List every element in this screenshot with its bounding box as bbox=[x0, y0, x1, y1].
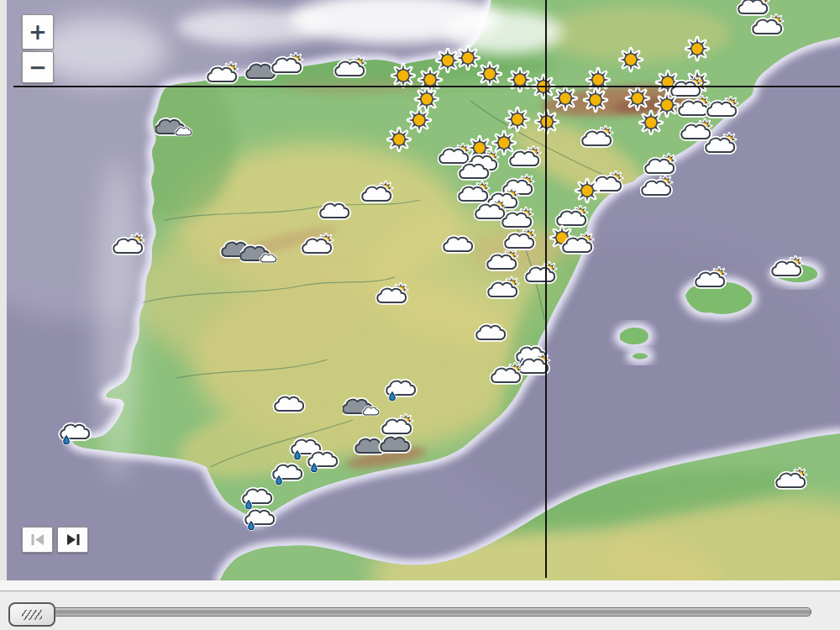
timeline-track[interactable] bbox=[13, 607, 811, 617]
psun-marker-icon[interactable] bbox=[642, 176, 672, 195]
psun-marker-icon[interactable] bbox=[696, 267, 726, 286]
sun-marker-icon[interactable] bbox=[507, 108, 528, 130]
timeline-panel-divider bbox=[0, 591, 840, 591]
sun-marker-icon[interactable] bbox=[408, 109, 430, 131]
sun-marker-icon[interactable] bbox=[419, 69, 441, 91]
psun-marker-icon[interactable] bbox=[487, 249, 517, 269]
sun-marker-icon[interactable] bbox=[587, 69, 609, 91]
rain-marker-icon[interactable] bbox=[243, 490, 271, 509]
cloud-marker-icon[interactable] bbox=[275, 397, 303, 411]
psun-marker-icon[interactable] bbox=[113, 234, 144, 253]
sun-marker-icon[interactable] bbox=[640, 112, 662, 134]
rain-marker-icon[interactable] bbox=[386, 381, 415, 401]
psun-marker-icon[interactable] bbox=[645, 154, 675, 173]
gclouds-marker-icon[interactable] bbox=[240, 247, 276, 262]
timeline-handle-grip-icon bbox=[22, 610, 42, 620]
psun-marker-icon[interactable] bbox=[272, 53, 302, 72]
zoom-in-button[interactable]: + bbox=[22, 14, 54, 50]
psun-marker-icon[interactable] bbox=[557, 206, 587, 225]
sun-marker-icon[interactable] bbox=[536, 111, 558, 133]
rain-marker-icon[interactable] bbox=[245, 511, 274, 530]
cloud-marker-icon[interactable] bbox=[476, 326, 505, 339]
psun-marker-icon[interactable] bbox=[439, 144, 470, 163]
map-grid-horizontal-line bbox=[13, 86, 840, 87]
timeline-handle[interactable] bbox=[8, 602, 55, 627]
sun-marker-icon[interactable] bbox=[554, 87, 576, 109]
sun-marker-icon[interactable] bbox=[656, 94, 678, 116]
sun-marker-icon[interactable] bbox=[509, 69, 531, 91]
sun-marker-icon[interactable] bbox=[416, 88, 438, 110]
psun-marker-icon[interactable] bbox=[753, 14, 783, 34]
skip-to-start-button[interactable] bbox=[22, 527, 53, 553]
rain-marker-icon[interactable] bbox=[308, 453, 337, 472]
zoom-out-button[interactable]: − bbox=[22, 51, 54, 83]
psun-marker-icon[interactable] bbox=[488, 277, 518, 297]
sun-marker-icon[interactable] bbox=[686, 38, 708, 60]
cloud-marker-icon[interactable] bbox=[444, 238, 472, 251]
weather-map-app: + − bbox=[0, 0, 840, 630]
sun-marker-icon[interactable] bbox=[620, 49, 642, 71]
skip-to-start-icon bbox=[29, 533, 47, 547]
gcloud-marker-icon[interactable] bbox=[381, 438, 409, 451]
sun-marker-icon[interactable] bbox=[388, 129, 410, 150]
timeline-panel-topband bbox=[0, 580, 840, 591]
psun-marker-icon[interactable] bbox=[302, 234, 333, 253]
zoom-controls: + − bbox=[22, 14, 54, 83]
psun-marker-icon[interactable] bbox=[505, 228, 535, 248]
playback-controls bbox=[22, 527, 88, 553]
sun-marker-icon[interactable] bbox=[576, 180, 598, 202]
psun-marker-icon[interactable] bbox=[377, 283, 407, 302]
timeline-panel bbox=[0, 580, 840, 630]
psun-marker-icon[interactable] bbox=[592, 171, 622, 191]
psun-marker-icon[interactable] bbox=[382, 414, 412, 433]
psun-marker-icon[interactable] bbox=[510, 146, 540, 165]
psun-marker-icon[interactable] bbox=[681, 119, 711, 139]
gclouds-marker-icon[interactable] bbox=[343, 400, 379, 415]
psun-marker-icon[interactable] bbox=[582, 126, 612, 145]
map-grid-vertical-line bbox=[545, 0, 547, 578]
rain-marker-icon[interactable] bbox=[273, 465, 302, 485]
psun-marker-icon[interactable] bbox=[491, 363, 522, 382]
cloud-marker-icon[interactable] bbox=[459, 165, 488, 178]
skip-to-end-button[interactable] bbox=[57, 527, 88, 553]
psun-marker-icon[interactable] bbox=[776, 468, 806, 487]
sun-marker-icon[interactable] bbox=[627, 87, 648, 109]
rain-marker-icon[interactable] bbox=[60, 425, 89, 444]
cloud-marker-icon[interactable] bbox=[320, 204, 349, 218]
sun-marker-icon[interactable] bbox=[457, 47, 479, 69]
sun-marker-icon[interactable] bbox=[493, 132, 515, 154]
skip-to-end-icon bbox=[64, 533, 82, 547]
psun-marker-icon[interactable] bbox=[502, 207, 533, 227]
sun-marker-icon[interactable] bbox=[392, 65, 414, 87]
sun-marker-icon[interactable] bbox=[437, 50, 459, 71]
sun-marker-icon[interactable] bbox=[585, 89, 606, 111]
psun-marker-icon[interactable] bbox=[526, 262, 556, 281]
psun-marker-icon[interactable] bbox=[335, 56, 365, 76]
psun-marker-icon[interactable] bbox=[459, 181, 489, 201]
psun-marker-icon[interactable] bbox=[738, 0, 769, 13]
psun-marker-icon[interactable] bbox=[362, 181, 392, 201]
sun-marker-icon[interactable] bbox=[479, 63, 501, 85]
psun-marker-icon[interactable] bbox=[772, 256, 802, 276]
gclouds-marker-icon[interactable] bbox=[155, 120, 192, 135]
map-viewport[interactable] bbox=[7, 0, 840, 580]
psun-marker-icon[interactable] bbox=[707, 97, 738, 116]
psun-marker-icon[interactable] bbox=[679, 96, 709, 115]
psun-marker-icon[interactable] bbox=[207, 62, 238, 81]
